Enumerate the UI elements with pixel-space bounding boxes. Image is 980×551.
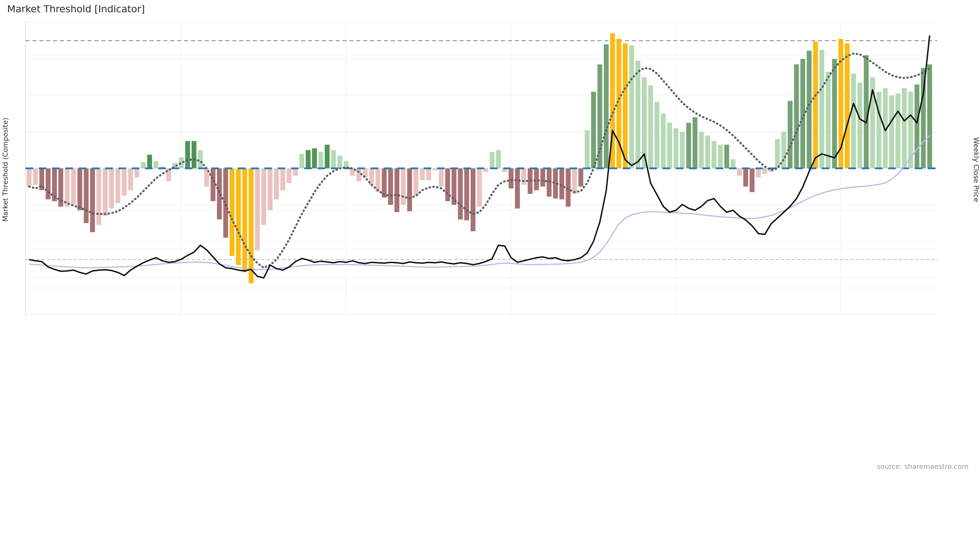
threshold-bar <box>185 141 190 168</box>
right-axis-title: Weekly Close Price <box>972 137 980 202</box>
threshold-bar <box>255 168 260 251</box>
threshold-bar <box>293 168 298 176</box>
threshold-bar <box>496 150 501 168</box>
threshold-bar <box>572 168 577 194</box>
page-title: Market Threshold [Indicator] <box>7 3 145 14</box>
threshold-bar <box>559 168 564 200</box>
threshold-bar <box>407 168 412 211</box>
threshold-bar <box>388 168 393 205</box>
threshold-bar <box>274 168 279 200</box>
threshold-bar <box>318 152 323 168</box>
threshold-bar <box>122 168 127 196</box>
threshold-bar <box>509 168 514 189</box>
left-axis-title: Market Threshold (Composite) <box>1 118 9 222</box>
threshold-bar <box>635 61 640 168</box>
threshold-bar <box>268 168 272 210</box>
threshold-bar <box>718 144 723 168</box>
threshold-bars <box>27 33 932 283</box>
chart-legend <box>0 533 980 548</box>
threshold-bar <box>382 168 387 197</box>
threshold-bar <box>198 150 203 168</box>
threshold-bar <box>877 92 881 168</box>
threshold-bar <box>680 132 685 168</box>
threshold-bar <box>337 156 342 168</box>
threshold-bar <box>477 168 482 206</box>
chart-figure: Market Threshold [Indicator] Market Thre… <box>0 0 980 533</box>
threshold-bar <box>458 168 463 219</box>
threshold-bar <box>401 168 406 205</box>
threshold-bar <box>471 168 476 231</box>
threshold-bar <box>433 168 438 170</box>
threshold-bar <box>756 168 761 178</box>
threshold-bar <box>299 154 304 168</box>
threshold-bar <box>578 168 583 187</box>
threshold-bar <box>141 162 146 168</box>
threshold-bar <box>737 168 742 176</box>
threshold-bar <box>915 84 920 168</box>
threshold-bar <box>46 168 51 200</box>
threshold-bar <box>452 168 456 205</box>
source-attribution: source: sharemaestro.com <box>877 462 969 470</box>
threshold-bar <box>375 168 380 192</box>
threshold-bar <box>71 168 76 205</box>
threshold-bar <box>192 141 197 168</box>
threshold-bar <box>312 148 317 168</box>
threshold-bar <box>534 168 539 190</box>
threshold-bar <box>655 102 659 168</box>
threshold-bar <box>794 64 799 168</box>
threshold-bar <box>306 150 310 168</box>
threshold-bar <box>693 118 697 168</box>
threshold-bar <box>464 168 469 221</box>
threshold-bar <box>97 168 101 225</box>
threshold-bar <box>927 64 932 168</box>
threshold-bar <box>248 168 253 283</box>
threshold-bar <box>65 168 70 206</box>
threshold-bar <box>699 132 704 168</box>
threshold-bar <box>395 168 399 212</box>
threshold-bar <box>591 92 596 168</box>
threshold-bar <box>230 168 234 256</box>
threshold-bar <box>27 168 32 187</box>
threshold-bar <box>414 168 418 196</box>
threshold-bar <box>851 73 856 168</box>
threshold-bar <box>490 152 495 168</box>
threshold-bar <box>522 168 526 185</box>
threshold-bar <box>902 88 907 168</box>
threshold-bar <box>128 168 133 190</box>
threshold-bar <box>109 168 114 208</box>
threshold-bar <box>236 168 241 265</box>
threshold-bar <box>115 168 120 203</box>
threshold-bar <box>832 59 837 168</box>
threshold-bar <box>515 168 520 208</box>
threshold-bar <box>331 150 336 168</box>
threshold-bar <box>819 50 824 168</box>
threshold-bar <box>223 168 228 238</box>
threshold-bar <box>724 144 729 168</box>
threshold-bar <box>807 51 811 168</box>
threshold-bar <box>826 72 831 168</box>
threshold-bar <box>749 168 754 192</box>
threshold-bar <box>286 168 291 183</box>
threshold-bar <box>686 123 691 168</box>
threshold-bar <box>604 44 609 168</box>
threshold-bar <box>661 114 666 168</box>
threshold-bar <box>800 59 805 168</box>
threshold-bar <box>845 43 850 168</box>
threshold-bar <box>566 168 571 206</box>
threshold-bar <box>889 95 894 168</box>
threshold-bar <box>439 168 444 187</box>
threshold-bar <box>896 94 900 168</box>
threshold-bar <box>813 41 818 168</box>
threshold-bar <box>103 168 108 216</box>
threshold-bar <box>731 159 735 168</box>
threshold-bar <box>325 144 329 168</box>
threshold-bar <box>788 101 793 168</box>
threshold-bar <box>648 86 653 168</box>
threshold-bar <box>743 168 748 187</box>
threshold-bar <box>705 135 710 168</box>
threshold-bar <box>147 155 152 168</box>
threshold-bar <box>33 168 38 185</box>
threshold-bar <box>629 45 634 168</box>
threshold-bar <box>280 168 285 190</box>
threshold-bar <box>154 161 159 168</box>
